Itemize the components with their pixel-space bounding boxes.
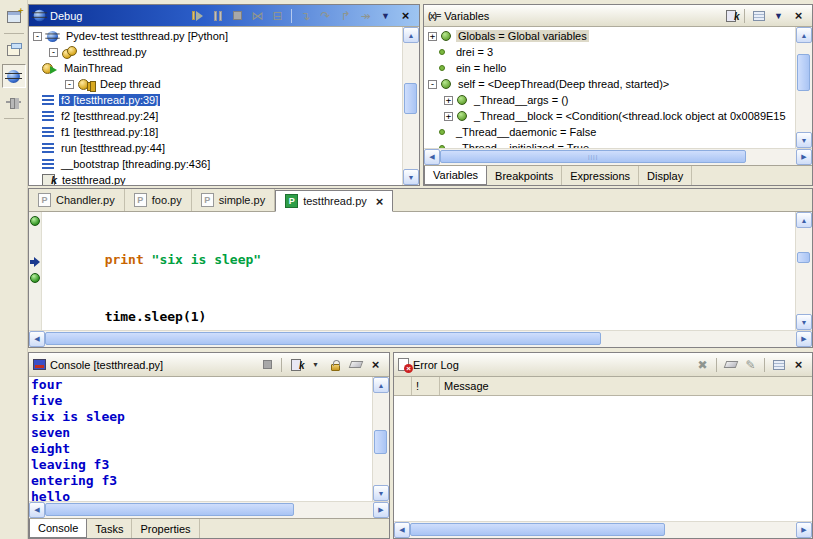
display-selected-console-icon[interactable] bbox=[286, 356, 305, 374]
editor-tab-chandler[interactable]: P Chandler.py bbox=[29, 189, 125, 211]
variables-vertical-scrollbar[interactable]: ▲ ▼ bbox=[795, 27, 812, 148]
tab-properties[interactable]: Properties bbox=[132, 519, 199, 538]
scroll-thumb[interactable]: |||| bbox=[440, 150, 746, 163]
console-view-titlebar[interactable]: Console [testthread.py] ▼ × bbox=[29, 353, 389, 377]
debug-view-close-icon[interactable]: × bbox=[396, 7, 415, 25]
breakpoint-icon[interactable] bbox=[30, 273, 40, 283]
resume-icon[interactable] bbox=[188, 7, 207, 25]
tab-tasks[interactable]: Tasks bbox=[87, 519, 132, 538]
open-perspective-button[interactable] bbox=[2, 5, 26, 29]
suspend-icon[interactable] bbox=[208, 7, 227, 25]
resource-perspective-button[interactable] bbox=[2, 38, 26, 62]
editor-tab-close-icon[interactable]: × bbox=[376, 194, 384, 209]
scroll-up-icon[interactable]: ▲ bbox=[796, 212, 812, 228]
debug-view-titlebar[interactable]: Debug ⋈ ⊟ ↴ ↷ ↱ ↠ ▼ × bbox=[29, 5, 419, 27]
scroll-up-icon[interactable]: ▲ bbox=[373, 377, 389, 393]
scroll-down-icon[interactable]: ▼ bbox=[403, 169, 419, 185]
terminate-icon[interactable] bbox=[258, 356, 277, 374]
tab-display[interactable]: Display bbox=[639, 166, 692, 185]
console-vertical-scrollbar[interactable]: ▲ ▼ bbox=[372, 377, 389, 501]
scroll-track[interactable] bbox=[45, 502, 373, 518]
scroll-thumb[interactable] bbox=[45, 503, 294, 516]
scroll-down-icon[interactable]: ▼ bbox=[796, 314, 812, 330]
scroll-track[interactable] bbox=[796, 228, 812, 314]
clear-console-icon[interactable] bbox=[346, 356, 365, 374]
scroll-track[interactable] bbox=[796, 43, 812, 132]
tree-row-globals[interactable]: + Globals = Global variables bbox=[424, 28, 795, 44]
pydev-perspective-button[interactable] bbox=[2, 90, 26, 114]
error-log-titlebar[interactable]: Error Log ✖ ✎ × bbox=[394, 353, 812, 377]
scroll-lock-icon[interactable] bbox=[326, 356, 345, 374]
tree-row-deepthread[interactable]: - Deep thread bbox=[29, 76, 402, 92]
debug-vertical-scrollbar[interactable]: ▲ ▼ bbox=[402, 27, 419, 185]
disconnect-icon[interactable]: ⋈ bbox=[248, 7, 267, 25]
tree-row-launch[interactable]: - Pydev-test testthread.py [Python] bbox=[29, 28, 402, 44]
remove-all-terminated-icon[interactable]: ⊟ bbox=[268, 7, 287, 25]
step-over-icon[interactable]: ↷ bbox=[316, 7, 335, 25]
scroll-down-icon[interactable]: ▼ bbox=[796, 132, 812, 148]
scroll-thumb[interactable] bbox=[797, 252, 810, 263]
expand-icon[interactable]: + bbox=[444, 112, 453, 121]
column-header-severity[interactable]: ! bbox=[412, 377, 440, 395]
scroll-right-icon[interactable]: ▶ bbox=[796, 331, 812, 347]
variables-view-close-icon[interactable]: × bbox=[789, 7, 808, 25]
variables-view-titlebar[interactable]: (x)= Variables ▼ × bbox=[424, 5, 812, 27]
scroll-thumb[interactable] bbox=[797, 54, 810, 91]
console-view-close-icon[interactable]: × bbox=[366, 356, 385, 374]
tree-row-frame-f2[interactable]: f2 [testthread.py:24] bbox=[29, 108, 402, 124]
collapse-icon[interactable]: - bbox=[65, 80, 74, 89]
delete-log-icon[interactable]: ✖ bbox=[693, 356, 712, 374]
clear-log-icon[interactable] bbox=[721, 356, 740, 374]
tree-row-thread-args[interactable]: + _Thread__args = () bbox=[424, 92, 795, 108]
scroll-thumb[interactable] bbox=[374, 430, 387, 454]
step-return-icon[interactable]: ↱ bbox=[336, 7, 355, 25]
tree-row-ein[interactable]: ein = hello bbox=[424, 60, 795, 76]
error-log-close-icon[interactable]: × bbox=[789, 356, 808, 374]
debug-perspective-button[interactable] bbox=[2, 64, 26, 88]
editor-tab-simple[interactable]: P simple.py bbox=[192, 189, 275, 211]
scroll-down-icon[interactable]: ▼ bbox=[373, 485, 389, 501]
step-into-icon[interactable]: ↴ bbox=[296, 7, 315, 25]
use-step-filters-icon[interactable]: ↠ bbox=[356, 7, 375, 25]
scroll-right-icon[interactable]: ▶ bbox=[796, 149, 812, 165]
expand-icon[interactable]: + bbox=[428, 32, 437, 41]
tab-breakpoints[interactable]: Breakpoints bbox=[487, 166, 562, 185]
show-logical-structure-icon[interactable] bbox=[721, 7, 740, 25]
editor-tab-testthread[interactable]: P testthread.py × bbox=[275, 190, 393, 212]
scroll-up-icon[interactable]: ▲ bbox=[403, 27, 419, 43]
collapse-icon[interactable]: - bbox=[428, 80, 437, 89]
variables-tree[interactable]: + Globals = Global variables drei = 3 ei… bbox=[424, 27, 795, 148]
tree-row-thread-initialized[interactable]: _Thread__initialized = True bbox=[424, 140, 795, 148]
tree-row-drei[interactable]: drei = 3 bbox=[424, 44, 795, 60]
scroll-track[interactable] bbox=[373, 393, 389, 485]
editor-horizontal-scrollbar[interactable]: ◀ ▶ bbox=[29, 330, 812, 347]
editor-marker-gutter[interactable] bbox=[29, 212, 42, 330]
tab-expressions[interactable]: Expressions bbox=[562, 166, 639, 185]
scroll-track[interactable] bbox=[410, 522, 796, 538]
tree-row-thread-block[interactable]: + _Thread__block = <Condition(<thread.lo… bbox=[424, 108, 795, 124]
breakpoint-icon[interactable] bbox=[30, 216, 40, 226]
console-horizontal-scrollbar[interactable]: ◀ ▶ bbox=[29, 501, 389, 518]
error-log-table-body[interactable] bbox=[394, 396, 812, 521]
collapse-icon[interactable]: - bbox=[33, 32, 42, 41]
variables-horizontal-scrollbar[interactable]: ◀ |||| ▶ bbox=[424, 148, 812, 165]
scroll-track[interactable]: |||| bbox=[440, 149, 796, 165]
column-header-message[interactable]: Message bbox=[440, 377, 812, 395]
tree-row-thread-daemonic[interactable]: _Thread__daemonic = False bbox=[424, 124, 795, 140]
scroll-thumb[interactable] bbox=[410, 523, 665, 536]
column-header-blank[interactable] bbox=[394, 377, 412, 395]
tab-variables[interactable]: Variables bbox=[424, 166, 487, 185]
tree-row-system-process[interactable]: testthread.py bbox=[29, 172, 402, 185]
collapse-icon[interactable]: - bbox=[49, 48, 58, 57]
tree-row-frame-run[interactable]: run [testthread.py:44] bbox=[29, 140, 402, 156]
scroll-left-icon[interactable]: ◀ bbox=[424, 149, 440, 165]
scroll-left-icon[interactable]: ◀ bbox=[29, 331, 45, 347]
scroll-track[interactable] bbox=[403, 43, 419, 169]
console-dropdown-icon[interactable]: ▼ bbox=[306, 356, 325, 374]
scroll-thumb[interactable] bbox=[45, 332, 601, 345]
export-log-icon[interactable]: ✎ bbox=[741, 356, 760, 374]
tab-console[interactable]: Console bbox=[29, 519, 87, 538]
show-detail-pane-icon[interactable] bbox=[749, 7, 768, 25]
scroll-right-icon[interactable]: ▶ bbox=[796, 522, 812, 538]
tree-row-self[interactable]: - self = <DeepThread(Deep thread, starte… bbox=[424, 76, 795, 92]
